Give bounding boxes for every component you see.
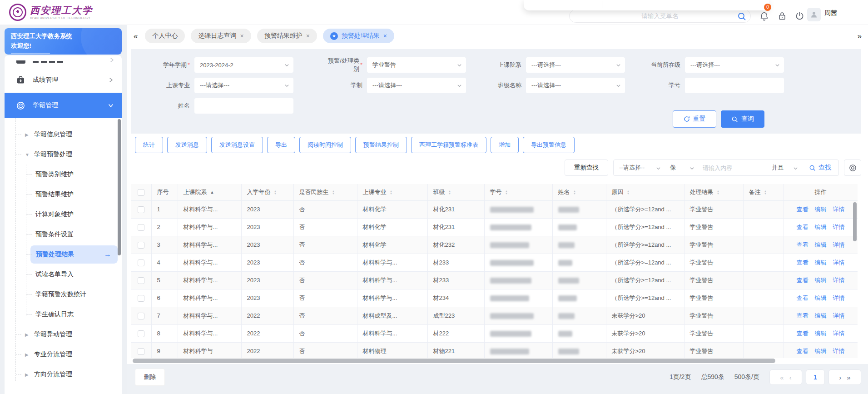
row-action-详情[interactable]: 详情 — [833, 348, 845, 354]
row-action-详情[interactable]: 详情 — [833, 241, 845, 248]
find-field-select[interactable]: --请选择-- — [614, 160, 665, 175]
sidebar-group-学籍信息管理[interactable]: ▶学籍信息管理 — [5, 125, 122, 145]
reset-button[interactable]: 重置 — [673, 110, 716, 128]
column-header-原因[interactable]: 原因▲▼ — [606, 184, 684, 200]
row-action-详情[interactable]: 详情 — [833, 206, 845, 213]
pager-forward-group[interactable]: › » — [828, 369, 861, 385]
tab-预警处理结果[interactable]: ★预警处理结果× — [323, 29, 394, 43]
row-action-编辑[interactable]: 编辑 — [815, 259, 827, 266]
menu-search-input[interactable] — [570, 10, 750, 22]
filter-select-学年学期[interactable]: 2023-2024-2 — [194, 57, 293, 73]
sidebar-item-预警处理结果[interactable]: 预警处理结果→ — [5, 244, 122, 264]
row-action-查看[interactable]: 查看 — [797, 241, 808, 248]
sidebar-group-方向分流管理[interactable]: ▶方向分流管理 — [5, 364, 122, 384]
sidebar-item-学籍预警次数统计[interactable]: 学籍预警次数统计 — [5, 284, 122, 304]
sidebar-item-clipped[interactable] — [5, 55, 122, 67]
action-button-发送消息[interactable]: 发送消息 — [167, 137, 207, 153]
current-page-button[interactable]: 1 — [806, 369, 825, 385]
query-button[interactable]: 查询 — [721, 110, 764, 128]
column-header-操作[interactable]: 操作 — [784, 184, 858, 200]
sidebar-group-专业分流管理[interactable]: ▶专业分流管理 — [5, 344, 122, 364]
row-checkbox[interactable] — [138, 295, 144, 302]
column-header-姓名[interactable]: 姓名▲▼ — [552, 184, 606, 200]
column-header-是否民族生[interactable]: 是否民族生▲▼ — [293, 184, 357, 200]
filter-input-姓名[interactable] — [194, 98, 293, 114]
bell-icon[interactable] — [759, 11, 769, 23]
sort-icons[interactable]: ▲▼ — [764, 190, 767, 195]
user-avatar[interactable] — [807, 8, 821, 21]
tab-预警结果维护[interactable]: 预警结果维护× — [257, 29, 317, 43]
column-header-序号[interactable]: 序号 — [151, 184, 178, 200]
row-action-详情[interactable]: 详情 — [833, 312, 845, 319]
action-button-导出预警信息[interactable]: 导出预警信息 — [523, 137, 575, 153]
sort-icons[interactable]: ▲▼ — [573, 190, 576, 195]
filter-select-学制[interactable]: ---请选择--- — [367, 78, 466, 93]
sidebar-item-预警条件设置[interactable]: 预警条件设置 — [5, 224, 122, 244]
sidebar-item-试读名单导入[interactable]: 试读名单导入 — [5, 264, 122, 284]
row-action-详情[interactable]: 详情 — [833, 330, 845, 337]
username[interactable]: 周茜 — [824, 9, 837, 17]
row-action-编辑[interactable]: 编辑 — [815, 224, 827, 230]
action-button-统计[interactable]: 统计 — [135, 137, 163, 153]
lock-icon[interactable] — [778, 11, 787, 22]
row-action-详情[interactable]: 详情 — [833, 277, 845, 284]
close-icon[interactable]: × — [240, 32, 243, 40]
row-action-查看[interactable]: 查看 — [797, 330, 808, 337]
column-header-班级[interactable]: 班级▲▼ — [427, 184, 484, 200]
row-checkbox[interactable] — [138, 224, 144, 231]
power-icon[interactable] — [795, 11, 804, 23]
row-action-查看[interactable]: 查看 — [797, 312, 808, 319]
tab-选课日志查询[interactable]: 选课日志查询× — [191, 29, 251, 43]
row-action-编辑[interactable]: 编辑 — [815, 294, 827, 301]
action-button-预警结果控制[interactable]: 预警结果控制 — [355, 137, 407, 153]
delete-button[interactable]: 删除 — [135, 369, 165, 386]
row-checkbox[interactable] — [138, 242, 144, 249]
sidebar-item-预警类别维护[interactable]: 预警类别维护 — [5, 165, 122, 185]
row-action-查看[interactable]: 查看 — [797, 348, 808, 354]
tabs-collapse-icon[interactable]: « — [134, 32, 138, 40]
row-action-详情[interactable]: 详情 — [833, 294, 845, 301]
sidebar-item-学籍管理[interactable]: 学籍管理 — [5, 93, 122, 118]
find-button[interactable]: 查找 — [802, 160, 838, 175]
row-action-查看[interactable]: 查看 — [797, 206, 808, 213]
row-action-编辑[interactable]: 编辑 — [815, 206, 827, 213]
sort-icons[interactable]: ▲▼ — [274, 190, 277, 195]
menu-search-box[interactable] — [569, 10, 751, 23]
row-action-查看[interactable]: 查看 — [797, 259, 808, 266]
row-action-编辑[interactable]: 编辑 — [815, 348, 827, 354]
column-header-checkbox[interactable] — [131, 184, 151, 200]
find-logic-select[interactable]: 并且 — [766, 160, 802, 175]
prev-page-icon[interactable]: ‹ — [789, 374, 792, 381]
action-button-西理工学籍预警标准表[interactable]: 西理工学籍预警标准表 — [411, 137, 486, 153]
row-action-编辑[interactable]: 编辑 — [815, 312, 827, 319]
row-checkbox[interactable] — [138, 259, 144, 266]
research-button[interactable]: 重新查找 — [565, 160, 608, 176]
sort-icons[interactable]: ▲▼ — [717, 190, 720, 195]
sort-icons[interactable]: ▲▼ — [390, 190, 393, 195]
row-action-编辑[interactable]: 编辑 — [815, 330, 827, 337]
filter-input-学号[interactable] — [685, 78, 784, 93]
close-icon[interactable]: × — [383, 32, 387, 40]
row-action-编辑[interactable]: 编辑 — [815, 277, 827, 284]
filter-select-上课院系[interactable]: ---请选择--- — [526, 57, 625, 73]
sidebar-item-学生确认日志[interactable]: 学生确认日志 — [5, 304, 122, 324]
sort-icons[interactable]: ▲▼ — [627, 190, 630, 195]
column-header-入学年份[interactable]: 入学年份▲▼ — [241, 184, 293, 200]
next-page-icon[interactable]: › — [839, 374, 841, 381]
pager-back-group[interactable]: « ‹ — [769, 369, 802, 385]
sidebar-scrollbar[interactable] — [118, 119, 121, 255]
find-operator-select[interactable]: 像 — [665, 160, 698, 175]
filter-select-上课专业[interactable]: ---请选择--- — [194, 78, 293, 93]
header-checkbox[interactable] — [138, 189, 144, 196]
row-action-查看[interactable]: 查看 — [797, 224, 808, 230]
row-checkbox[interactable] — [138, 206, 144, 213]
find-value-input[interactable] — [698, 160, 766, 175]
search-icon[interactable] — [737, 12, 746, 23]
column-header-学号[interactable]: 学号▲▼ — [484, 184, 552, 200]
column-header-上课院系[interactable]: 上课院系▲ — [178, 184, 241, 200]
table-horizontal-scrollbar[interactable] — [131, 358, 861, 364]
filter-select-班级名称[interactable]: ---请选择--- — [526, 78, 625, 93]
table-vertical-scrollbar[interactable] — [853, 202, 857, 241]
row-action-编辑[interactable]: 编辑 — [815, 241, 827, 248]
action-button-增加[interactable]: 增加 — [491, 137, 519, 153]
